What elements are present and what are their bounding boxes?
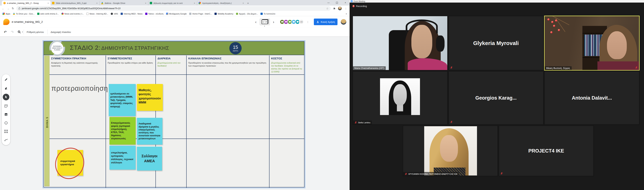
extensions-icon[interactable] bbox=[333, 7, 336, 10]
tab-drive[interactable]: diafora - Google Drive × bbox=[99, 1, 148, 6]
bookmark-news-events[interactable]: News and events | I... bbox=[60, 13, 85, 15]
zoom-tool-icon[interactable] bbox=[16, 29, 22, 35]
new-tab-button[interactable]: + bbox=[246, 1, 250, 5]
account-avatar[interactable] bbox=[341, 19, 346, 25]
zoom-window-title: Zoom Meeting bbox=[354, 0, 365, 3]
bookmarks-overflow-icon[interactable]: » bbox=[346, 12, 348, 15]
address-bar[interactable]: jamboard.google.com/d/1CNO5wp39V_BMcYEkh… bbox=[16, 6, 331, 11]
sticky-note[interactable]: Μαθητές, φοιτητές χρησιμοποιούν ΜΜΜ bbox=[137, 84, 163, 111]
participants-avatars[interactable]: +4 bbox=[280, 20, 304, 24]
set-background-button[interactable]: Ρύθμιση φόντου bbox=[24, 30, 47, 34]
zoom-caret-icon[interactable]: ▾ bbox=[22, 31, 23, 33]
zoom-titlebar: Zoom Meeting bbox=[350, 0, 644, 3]
video-tile-georgios[interactable]: Georgios Karag... bbox=[449, 71, 543, 124]
bookmark-homepage[interactable]: Home Page - InterC... bbox=[188, 13, 213, 15]
participant-display-name: Georgios Karag... bbox=[449, 71, 543, 124]
browser-profile-avatar[interactable] bbox=[338, 7, 342, 10]
zoom-gallery: Recording Maria Chatziathanasiou (HIT) G… bbox=[350, 3, 644, 190]
share-button[interactable]: Κοινή Χρήση bbox=[314, 19, 338, 25]
back-icon[interactable]: ← bbox=[2, 7, 4, 10]
tab-strip: e-smartec_training_WG_2 - Goog × Slide α… bbox=[0, 0, 350, 6]
sticky-note[interactable]: Συλλογοι ΑΜΕΑ bbox=[137, 147, 162, 170]
textbox-tool[interactable]: T bbox=[3, 129, 9, 134]
recording-indicator: Recording bbox=[352, 5, 367, 8]
minimize-button[interactable]: — bbox=[324, 0, 333, 5]
bookmark-mobility-academy[interactable]: Mobility Academy bbox=[214, 13, 234, 15]
redo-icon[interactable]: ↷ bbox=[9, 29, 16, 35]
bookmark-drive[interactable]: Το Drive μου - Goo... bbox=[12, 13, 36, 15]
participant-name-label: ΧΡΥΣΑΝΘΗ ΚΙΣΚΙΝΗ, ΠΕΡ.ΤΑΜΕΙΟ ΑΝΑΠΤΥΞΗΣ Κ… bbox=[403, 172, 459, 176]
tab-slides[interactable]: Slide αποτελεσμάτων_WG_2.ppt × bbox=[50, 1, 99, 6]
restore-button[interactable] bbox=[333, 0, 341, 5]
bookmark-school[interactable]: Αρχική - 15ο Δημοτ... bbox=[235, 13, 259, 15]
sticky-note[interactable]: Επαγγελματικούς φορείς (εμπορικό επιμελη… bbox=[110, 117, 136, 145]
jamboard-header: e-smartec_training_WG_2 ‹ 11 / 20 ▾ › +4… bbox=[0, 16, 350, 28]
video-tile-fotini[interactable]: Μίκικη Φωτεινή, Σέρρες bbox=[545, 16, 639, 70]
tab-sheets[interactable]: Δήλωση συμμετοχής για το εκπ × bbox=[148, 1, 197, 6]
tab-search[interactable]: προτεραιοποίηση - Αναζήτηση ( × bbox=[197, 1, 246, 6]
tab-label: e-smartec_training_WG_2 - Goog bbox=[7, 2, 46, 4]
svg-text:T: T bbox=[6, 131, 6, 133]
bookmark-webconfs[interactable]: web confs tmima 3... bbox=[36, 13, 60, 15]
select-tool[interactable] bbox=[3, 94, 9, 100]
tab-close-icon[interactable]: × bbox=[242, 2, 244, 4]
frame-counter-widget[interactable]: 11 / 20 ▾ bbox=[260, 18, 270, 25]
reload-icon[interactable]: ↻ bbox=[12, 7, 14, 10]
video-tile-maria[interactable]: Maria Chatziathanasiou (HIT) bbox=[353, 16, 447, 70]
participants-overflow-badge[interactable]: +4 bbox=[299, 20, 304, 24]
image-tool[interactable] bbox=[3, 112, 9, 117]
forward-icon[interactable]: → bbox=[7, 7, 10, 10]
step-strip: ΒΗΜΑ 5 bbox=[44, 55, 50, 186]
close-button[interactable]: × bbox=[341, 0, 350, 5]
shape-tool[interactable] bbox=[3, 120, 9, 126]
laser-tool[interactable] bbox=[3, 137, 9, 143]
sticky-note-tool[interactable] bbox=[3, 103, 9, 109]
tab-close-icon[interactable]: × bbox=[194, 2, 196, 4]
undo-icon[interactable]: ↶ bbox=[2, 29, 8, 35]
tab-close-icon[interactable]: × bbox=[47, 2, 49, 4]
sticky-note[interactable]: Ακαδημαικά ιδρύματα ή μεγάλες επαγγελματ… bbox=[137, 118, 162, 145]
video-tile-glykeria[interactable]: Glykeria Myrovali bbox=[449, 16, 543, 70]
next-frame-icon[interactable]: › bbox=[273, 20, 274, 24]
tab-close-icon[interactable]: × bbox=[145, 2, 147, 4]
table-grid: ΒΗΜΑ 5 ΣΥΜΜΕΤΟΧΙΚΗ ΠΡΑΚΤΙΚΗ Αναφέρετε τη… bbox=[44, 55, 304, 187]
frame-counter[interactable]: 11 / 20 bbox=[262, 20, 268, 24]
sticky-note[interactable]: επιμελητήρια, εμπορικός σύλλογος, τεχνικ… bbox=[110, 146, 136, 170]
webcam-video bbox=[545, 16, 639, 70]
participant-name-label: Stella Laridou bbox=[353, 121, 372, 124]
video-tile-project4[interactable]: PROJECT4 IKE bbox=[499, 126, 594, 176]
bookmark-interreg-adrion[interactable]: News - Interreg AD... bbox=[85, 13, 109, 15]
pen-tool[interactable] bbox=[3, 77, 9, 82]
eraser-tool[interactable] bbox=[3, 85, 9, 91]
bookmark-interreg-med[interactable]: Interreg MED - News bbox=[120, 13, 144, 15]
restore-icon bbox=[336, 2, 338, 4]
muted-mic-icon bbox=[635, 66, 638, 69]
home-icon bbox=[189, 13, 192, 15]
bookmark-yahoo[interactable]: Yahoo - σύνδεση bbox=[144, 13, 164, 15]
clear-frame-button[interactable]: Διαγραφή πλαισίου bbox=[48, 30, 74, 34]
frame-navigation: ‹ 11 / 20 ▾ › bbox=[255, 18, 274, 25]
bookmark-ems[interactable]: eMS bbox=[110, 13, 119, 15]
share-person-icon bbox=[316, 21, 319, 23]
timer-badge: 15 ΛΕΠΤΑ bbox=[229, 42, 242, 54]
jamboard-canvas[interactable]: SUSTAINABLE URBAN MOBILITY PLANNING ΣΤΑΔ… bbox=[0, 36, 350, 190]
bookmark-apps[interactable]: Apps bbox=[2, 13, 11, 15]
bookmark-star-icon[interactable]: ☆ bbox=[326, 7, 328, 10]
participant-display-name: Antonia Dalavit... bbox=[545, 71, 639, 124]
jamboard-menu-icon[interactable]: ⋮ bbox=[306, 21, 310, 23]
lock-icon bbox=[18, 8, 20, 10]
workshop-table-image[interactable]: SUSTAINABLE URBAN MOBILITY PLANNING ΣΤΑΔ… bbox=[44, 41, 304, 187]
frame-expand-caret-icon[interactable]: ▾ bbox=[264, 25, 265, 27]
previous-frame-icon[interactable]: ‹ bbox=[255, 20, 256, 24]
video-tile-stella[interactable]: Stella Laridou bbox=[353, 71, 447, 124]
tab-close-icon[interactable]: × bbox=[96, 2, 98, 4]
video-tile-antonia[interactable]: Antonia Dalavit... bbox=[545, 71, 639, 124]
tab-jamboard[interactable]: e-smartec_training_WG_2 - Goog × bbox=[2, 1, 50, 6]
browser-menu-icon[interactable]: ⋮ bbox=[344, 7, 348, 10]
video-tile-chrysanthi[interactable]: ΧΡΥΣΑΝΘΗ ΚΙΣΚΙΝΗ, ΠΕΡ.ΤΑΜΕΙΟ ΑΝΑΠΤΥΞΗΣ Κ… bbox=[403, 126, 498, 176]
bookmark-translate[interactable]: Μετάφραση Google bbox=[165, 13, 188, 15]
sticky-note[interactable]: εμπλεκόμενοι σε μετακινήσεις (ΜΜΜ, Ταξί,… bbox=[109, 84, 136, 116]
bookmark-institute[interactable]: Το Ινστιτούτο bbox=[260, 13, 276, 15]
document-title[interactable]: e-smartec_training_WG_2 bbox=[12, 20, 43, 23]
url-text[interactable]: jamboard.google.com/d/1CNO5wp39V_BMcYEkh… bbox=[22, 7, 325, 10]
